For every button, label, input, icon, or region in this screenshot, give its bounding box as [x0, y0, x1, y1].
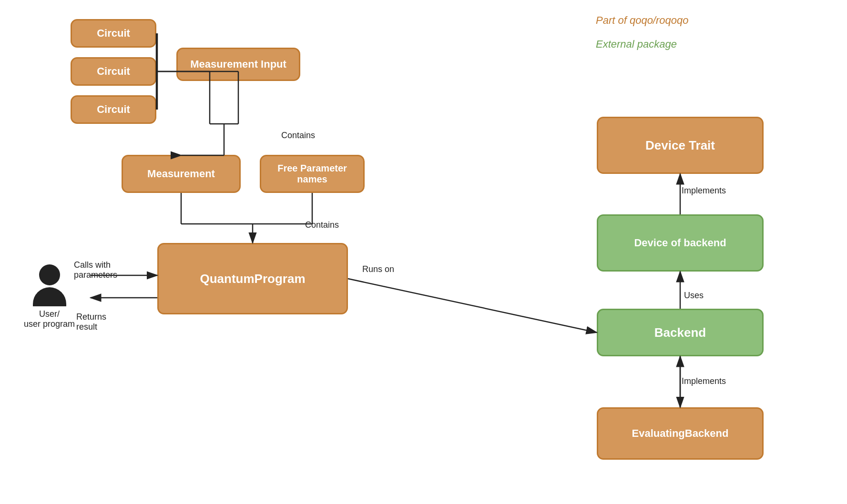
implements1-label: Implements	[682, 186, 726, 196]
legend-orange: Part of qoqo/roqoqo	[596, 14, 688, 27]
user-body	[33, 287, 66, 306]
circuit3-box: Circuit	[71, 95, 156, 124]
measurement-box: Measurement	[122, 155, 241, 193]
legend-green: External package	[596, 38, 677, 50]
returns-label: Returns result	[76, 312, 106, 332]
contains1-label: Contains	[281, 131, 315, 141]
implements2-label: Implements	[682, 376, 726, 386]
circuit1-box: Circuit	[71, 19, 156, 48]
runs-on-label: Runs on	[362, 264, 394, 274]
svg-line-19	[348, 279, 597, 333]
device-backend-box: Device of backend	[597, 214, 764, 272]
user-head	[39, 264, 60, 285]
calls-with-label: Calls with parameters	[74, 250, 117, 280]
device-trait-box: Device Trait	[597, 117, 764, 174]
user-icon: User/user program	[24, 264, 75, 329]
diagram-container: Part of qoqo/roqoqo External package Cir…	[0, 0, 847, 504]
free-param-box: Free Parameter names	[260, 155, 365, 193]
uses-label: Uses	[684, 291, 704, 301]
contains2-label: Contains	[305, 220, 339, 230]
user-label: User/user program	[24, 309, 75, 329]
measurement-input-box: Measurement Input	[176, 48, 300, 81]
quantum-program-box: QuantumProgram	[157, 243, 348, 314]
circuit2-box: Circuit	[71, 57, 156, 86]
backend-box: Backend	[597, 309, 764, 356]
evaluating-backend-box: EvaluatingBackend	[597, 407, 764, 460]
